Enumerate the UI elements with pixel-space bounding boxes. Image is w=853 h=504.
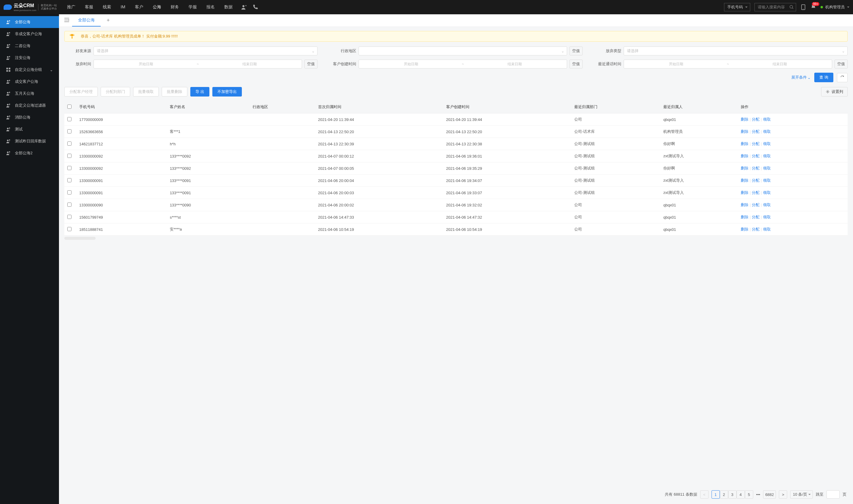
op-get[interactable]: 领取 [763,190,771,195]
jump-page-input[interactable] [827,490,840,499]
nav-item-4[interactable]: 客户 [131,1,147,13]
select-all-checkbox[interactable] [67,105,72,109]
op-delete[interactable]: 删除 [741,202,748,207]
pager-page[interactable]: 5 [745,490,753,499]
row-checkbox[interactable] [67,190,72,195]
tab-add-button[interactable]: + [101,14,116,26]
op-assign[interactable]: 分配 [752,215,760,219]
op-delete[interactable]: 删除 [741,166,748,170]
tab-all-public[interactable]: 全部公海 [72,15,101,26]
null-button[interactable]: 空值 [304,59,317,69]
horizontal-scrollbar[interactable] [64,237,96,240]
op-assign[interactable]: 分配 [752,154,760,158]
pager-prev[interactable]: < [700,490,709,499]
logo[interactable]: 云朵CRM www.yunduocrm.com 教育机构一站式服务云平台 [4,3,57,12]
op-delete[interactable]: 删除 [741,215,748,219]
nav-item-2[interactable]: 线索 [98,1,115,13]
null-button[interactable]: 空值 [569,47,583,55]
row-checkbox[interactable] [67,178,72,182]
op-delete[interactable]: 删除 [741,154,748,158]
nav-item-9[interactable]: 数据 [220,1,237,13]
notification-bell[interactable]: 99+ [811,4,816,11]
nav-item-3[interactable]: IM [116,1,130,13]
page-size-select[interactable]: 10 条/页 [790,490,813,499]
op-get[interactable]: 领取 [763,215,771,219]
op-get[interactable]: 领取 [763,154,771,158]
user-add-icon[interactable] [241,4,247,10]
op-delete[interactable]: 删除 [741,190,748,195]
search-type-select[interactable]: 手机号码 [724,3,750,11]
pager-page[interactable]: 4 [737,490,745,499]
sidebar-item-7[interactable]: 自定义公海过滤器 [0,100,59,111]
row-checkbox[interactable] [67,142,72,146]
sidebar-item-11[interactable]: 全部公海2 [0,147,59,159]
filter-region-select[interactable]: ⌄ [359,47,567,55]
op-delete[interactable]: 删除 [741,227,748,231]
op-assign[interactable]: 分配 [752,142,760,146]
pager-last[interactable]: 6882 [763,490,776,499]
sidebar-item-3[interactable]: 注安公海 [0,52,59,64]
pager-next[interactable]: > [779,490,787,499]
export-plain-button[interactable]: 不加密导出 [212,87,242,96]
sidebar-item-2[interactable]: 二咨公海 [0,40,59,52]
filter-source-select[interactable]: 请选择⌄ [93,47,317,55]
bulk-delete-button[interactable]: 批量删除 [162,87,187,96]
op-delete[interactable]: 删除 [741,178,748,183]
null-button[interactable]: 空值 [569,59,583,69]
null-button[interactable]: 空值 [835,59,848,69]
op-get[interactable]: 领取 [763,117,771,122]
nav-item-6[interactable]: 财务 [166,1,183,13]
op-assign[interactable]: 分配 [752,166,760,170]
sidebar-item-9[interactable]: 测试 [0,123,59,135]
tabs-collapse-icon[interactable] [61,16,72,25]
assign-manager-button[interactable]: 分配客户经理 [64,87,98,96]
pager-page[interactable]: 1 [711,490,720,499]
nav-item-0[interactable]: 推广 [63,1,79,13]
pager-page[interactable]: 3 [728,490,737,499]
sidebar-item-4[interactable]: 自定义公海分组⌄ [0,64,59,76]
sidebar-item-8[interactable]: 消防公海 [0,111,59,123]
expand-filters-link[interactable]: 展开条件 ⌄ [791,75,811,80]
user-menu[interactable]: 机构管理员 [820,4,849,10]
filter-abandon-type-select[interactable]: 请选择⌄ [624,47,848,55]
op-assign[interactable]: 分配 [752,117,760,122]
op-delete[interactable]: 删除 [741,129,748,134]
op-assign[interactable]: 分配 [752,190,760,195]
assign-dept-button[interactable]: 分配到部门 [101,87,130,96]
filter-abandon-time-range[interactable]: 开始日期~结束日期 [93,59,302,69]
sidebar-item-1[interactable]: 非成交客户公海 [0,28,59,40]
phone-icon[interactable] [252,4,258,10]
op-assign[interactable]: 分配 [752,202,760,207]
op-get[interactable]: 领取 [763,202,771,207]
nav-item-8[interactable]: 报名 [202,1,219,13]
op-get[interactable]: 领取 [763,227,771,231]
nav-item-1[interactable]: 客服 [81,1,97,13]
tablet-icon[interactable] [800,4,806,10]
query-button[interactable]: 查 询 [814,73,833,82]
nav-item-7[interactable]: 学服 [184,1,201,13]
sidebar-item-10[interactable]: 测试昨日回库数据 [0,135,59,147]
op-get[interactable]: 领取 [763,166,771,170]
row-checkbox[interactable] [67,117,72,121]
sidebar-item-6[interactable]: 五月天公海 [0,88,59,100]
op-assign[interactable]: 分配 [752,178,760,183]
op-assign[interactable]: 分配 [752,227,760,231]
op-assign[interactable]: 分配 [752,129,760,134]
bulk-get-button[interactable]: 批量领取 [133,87,159,96]
op-delete[interactable]: 删除 [741,142,748,146]
row-checkbox[interactable] [67,215,72,219]
filter-create-time-range[interactable]: 开始日期~结束日期 [359,59,567,69]
pager-page[interactable]: 2 [720,490,728,499]
row-checkbox[interactable] [67,202,72,207]
sidebar-item-0[interactable]: 全部公海 [0,16,59,28]
row-checkbox[interactable] [67,129,72,133]
nav-item-5[interactable]: 公海 [149,1,165,13]
sidebar-item-5[interactable]: 成交客户公海 [0,76,59,88]
refresh-button[interactable] [837,73,848,82]
op-get[interactable]: 领取 [763,129,771,134]
set-columns-button[interactable]: 设置列 [821,87,848,96]
search-input[interactable]: 请输入搜索内容 [755,3,796,11]
row-checkbox[interactable] [67,166,72,170]
export-button[interactable]: 导 出 [190,87,210,96]
row-checkbox[interactable] [67,154,72,158]
